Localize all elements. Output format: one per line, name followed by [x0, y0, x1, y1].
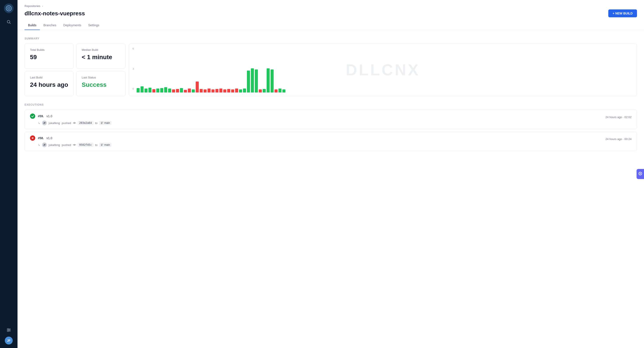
- chart-bar: [160, 88, 163, 92]
- commit-icon: [73, 121, 76, 124]
- last-status-card: Last Status Success: [76, 71, 125, 96]
- breadcrumb-repositories[interactable]: Repositories: [24, 5, 40, 8]
- chart-bar: [180, 88, 183, 92]
- chart-bar: [184, 90, 187, 92]
- summary-cards: Total Builds 59 Median Build < 1 minute …: [24, 44, 126, 96]
- chart-bar: [200, 89, 203, 92]
- execution-version-58: v1.0: [46, 136, 52, 140]
- chart-bar: [204, 89, 207, 92]
- user-avatar[interactable]: JF: [5, 336, 13, 344]
- chart-bar: [144, 89, 148, 92]
- svg-point-9: [9, 329, 10, 331]
- chart-bar: [270, 69, 274, 92]
- sidebar-logo[interactable]: [4, 4, 14, 13]
- svg-point-20: [74, 144, 75, 145]
- svg-line-4: [10, 23, 10, 24]
- chart-bar: [136, 88, 140, 92]
- arrow-down-right-icon: ↳: [38, 121, 40, 125]
- chevron-right-icon: ›: [42, 5, 43, 8]
- chart-bar: [255, 69, 258, 92]
- chart-bar: [251, 68, 254, 92]
- commit-icon-58: [73, 143, 76, 146]
- svg-point-3: [7, 20, 10, 23]
- tab-settings[interactable]: Settings: [85, 21, 103, 30]
- chart-bar: [274, 89, 278, 92]
- floating-widget[interactable]: [636, 169, 644, 179]
- y-label-min: 0: [133, 87, 134, 90]
- chart-bar: [219, 89, 222, 92]
- execution-number-59: #59.: [38, 114, 44, 118]
- execution-action-58: pushed: [62, 143, 71, 147]
- arrow-down-right-icon-58: ↳: [38, 143, 40, 147]
- execution-number-58: #58.: [38, 136, 44, 140]
- last-status-label: Last Status: [82, 76, 120, 79]
- execution-avatar-59: JF: [42, 120, 47, 125]
- chart-bar: [140, 86, 144, 92]
- chart-bar: [176, 89, 179, 92]
- main-content: Repositories › dllcnx-notes-vuepress + N…: [18, 0, 644, 348]
- breadcrumb: Repositories ›: [24, 5, 637, 8]
- execution-action-59: pushed: [62, 121, 71, 125]
- repo-title: dllcnx-notes-vuepress: [24, 10, 85, 17]
- execution-to-59: to: [95, 121, 98, 125]
- last-build-label: Last Build: [30, 76, 68, 79]
- new-build-button[interactable]: + NEW BUILD: [608, 10, 637, 17]
- execution-success-icon-59: [30, 113, 35, 119]
- chart-bar: [278, 89, 282, 92]
- execution-timestamp-59: 24 hours ago · 02:02: [606, 115, 632, 119]
- execution-commit-58: 9502f45c: [78, 143, 94, 147]
- chart-bar: [172, 89, 175, 92]
- tab-deployments[interactable]: Deployments: [60, 21, 85, 30]
- execution-meta-59: ↳ JF jukaifeng pushed 203e2a64 to: [38, 120, 632, 125]
- page-header: Repositories › dllcnx-notes-vuepress + N…: [18, 0, 644, 30]
- chart-bar: [231, 89, 234, 92]
- y-label-max: 6: [133, 47, 134, 50]
- chart-bar: [243, 89, 246, 92]
- chart-bar: [196, 82, 199, 92]
- execution-version-59: v1.0: [46, 114, 52, 118]
- chart-bar: [239, 89, 242, 92]
- chart-bars-container: [136, 53, 633, 92]
- execution-avatar-58: JF: [42, 142, 47, 147]
- chart-bar: [156, 89, 159, 92]
- chart-bar: [192, 89, 195, 92]
- summary-section-title: SUMMARY: [24, 37, 637, 40]
- execution-item-58[interactable]: #58. v1.0 24 hours ago · 00:24 ↳ JF juka…: [24, 132, 637, 151]
- chart-bar: [247, 71, 250, 92]
- total-builds-value: 59: [30, 54, 68, 61]
- chart-bar: [212, 89, 214, 92]
- chart-bar: [263, 89, 266, 92]
- chart-bar: [164, 87, 167, 92]
- execution-item-59[interactable]: #59. v1.0 24 hours ago · 02:02 ↳ JF juka…: [24, 110, 637, 129]
- chart-bar: [216, 89, 218, 92]
- last-build-card: Last Build 24 hours ago: [24, 71, 74, 96]
- tab-bar: Builds Branches Deployments Settings: [24, 21, 637, 30]
- execution-author-59: jukaifeng: [48, 121, 60, 125]
- chart-bar: [152, 89, 156, 92]
- tab-branches[interactable]: Branches: [40, 21, 60, 30]
- chart-bar: [235, 89, 238, 92]
- total-builds-label: Total Builds: [30, 48, 68, 52]
- svg-point-10: [8, 331, 9, 332]
- svg-point-2: [8, 8, 9, 9]
- execution-commit-59: 203e2a64: [78, 121, 94, 125]
- search-icon[interactable]: [4, 18, 13, 26]
- executions-section-title: EXECUTIONS: [24, 103, 637, 106]
- builds-chart: DLLCNX 6 3 0: [129, 44, 637, 96]
- last-status-value: Success: [82, 81, 120, 88]
- tab-builds[interactable]: Builds: [24, 21, 40, 30]
- controls-icon[interactable]: [5, 326, 13, 334]
- execution-timestamp-58: 24 hours ago · 00:24: [606, 137, 632, 141]
- total-builds-card: Total Builds 59: [24, 44, 74, 69]
- executions-section: EXECUTIONS #59. v1.0 24 hours ago · 02:0…: [24, 103, 637, 151]
- median-build-value: < 1 minute: [82, 54, 120, 61]
- chart-bar: [188, 89, 191, 92]
- page-body: SUMMARY Total Builds 59 Median Build < 1…: [18, 30, 644, 348]
- execution-meta-58: ↳ JF jukaifeng pushed 9502f45c to: [38, 142, 632, 147]
- execution-branch-58: main: [99, 143, 112, 147]
- svg-point-15: [102, 122, 103, 123]
- chart-bar: [208, 89, 210, 92]
- svg-point-11: [74, 122, 75, 124]
- svg-point-8: [8, 328, 9, 329]
- chart-bar: [259, 89, 262, 92]
